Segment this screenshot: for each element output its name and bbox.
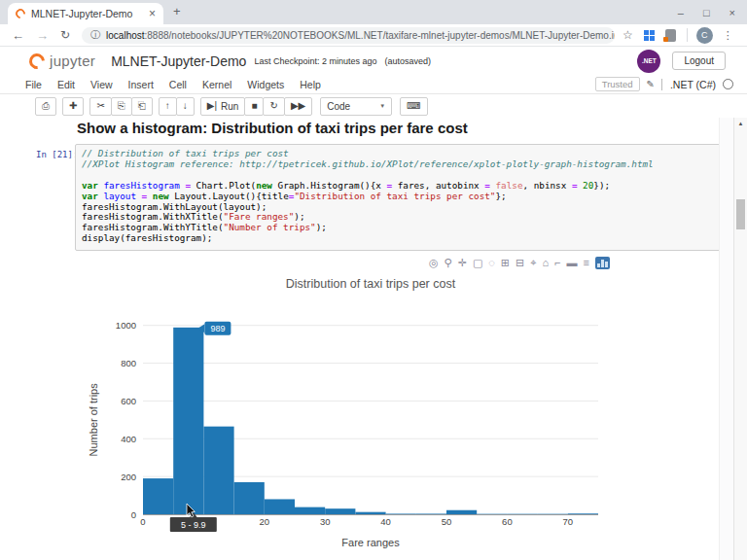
new-tab-button[interactable]: + <box>173 4 181 18</box>
window-controls: – □ × <box>678 0 735 24</box>
hover-range-text: 5 - 9.9 <box>181 520 206 530</box>
menu-view[interactable]: View <box>83 79 121 90</box>
histogram-bar[interactable] <box>234 482 265 514</box>
save-button[interactable]: ⎙ <box>35 97 56 116</box>
reload-icon[interactable]: ↻ <box>60 29 70 41</box>
trusted-badge[interactable]: Trusted <box>595 77 640 91</box>
jupyter-logo-text[interactable]: jupyter <box>50 52 95 69</box>
interrupt-kernel-icon: ■ <box>251 101 257 111</box>
add-cell-button[interactable]: ✚ <box>62 97 84 116</box>
move-cell-up-button[interactable]: ↑ <box>159 97 177 116</box>
url-path: :8888/notebooks/JUPYTER%20NOTEBOOKS/ML.N… <box>145 30 616 41</box>
url-text: localhost:8888/notebooks/JUPYTER%20NOTEB… <box>106 30 615 41</box>
forward-icon[interactable]: → <box>36 29 49 42</box>
plotly-logo-icon[interactable] <box>595 257 610 269</box>
logout-button[interactable]: Logout <box>672 52 726 70</box>
interrupt-kernel-button[interactable]: ■ <box>244 97 264 116</box>
hover-closest-icon[interactable]: ▬ <box>567 258 578 268</box>
code-editor[interactable]: // Distribution of taxi trips per cost//… <box>82 149 714 244</box>
keyboard-icon: ⌨ <box>407 101 420 111</box>
scrollbar-track[interactable]: ▲ <box>733 118 747 560</box>
url-bar[interactable]: ⓘ localhost:8888/notebooks/JUPYTER%20NOT… <box>82 27 615 44</box>
notebook-area: Show a histogram: Distribution of taxi t… <box>0 118 747 560</box>
jupyter-menubar: FileEditViewInsertCellKernelWidgetsHelp … <box>0 75 747 94</box>
restart-run-all-button[interactable]: ▶▶ <box>284 97 312 116</box>
autosave-status: (autosaved) <box>384 56 431 66</box>
profile-avatar[interactable]: C <box>696 27 713 44</box>
histogram-bar[interactable] <box>143 478 173 514</box>
histogram-bar[interactable] <box>203 427 233 514</box>
y-tick-label: 0 <box>131 509 136 520</box>
input-prompt: In [21]: <box>36 150 78 159</box>
histogram-chart[interactable]: Distribution of taxi trips per cost02004… <box>37 273 718 557</box>
menu-insert[interactable]: Insert <box>121 79 161 90</box>
histogram-bar[interactable] <box>295 508 325 514</box>
x-tick-label: 30 <box>320 516 331 527</box>
extension-clip-icon[interactable] <box>665 29 676 42</box>
cut-cell-icon: ✂ <box>96 101 104 111</box>
reset-axes-icon[interactable]: ⌂ <box>542 258 549 268</box>
paste-cell-icon: ⎗ <box>138 101 146 111</box>
browser-toolbar: ← → ↻ ⓘ localhost:8888/notebooks/JUPYTER… <box>0 24 747 47</box>
jupyter-logo-icon[interactable] <box>26 50 49 72</box>
histogram-bar[interactable] <box>265 499 295 514</box>
menu-kernel[interactable]: Kernel <box>195 79 239 90</box>
pan-icon[interactable]: ✛ <box>458 258 467 268</box>
run-button[interactable]: ▶|Run <box>200 97 246 116</box>
save-icon: ⎙ <box>42 101 50 111</box>
histogram-bar[interactable] <box>355 512 385 514</box>
camera-icon[interactable]: ◎ <box>429 258 439 268</box>
histogram-bar[interactable] <box>325 508 355 514</box>
x-tick-label: 40 <box>380 516 391 527</box>
scroll-gutter <box>719 118 733 560</box>
hover-compare-icon[interactable]: ≡ <box>584 258 589 268</box>
histogram-bar[interactable] <box>173 328 203 514</box>
menu-cell[interactable]: Cell <box>161 79 195 90</box>
histogram-bar[interactable] <box>568 513 598 514</box>
extension-grid-icon[interactable] <box>644 30 655 41</box>
cut-cell-button[interactable]: ✂ <box>89 97 111 116</box>
lasso-select-icon[interactable]: ◌ <box>488 258 495 268</box>
browser-tab[interactable]: MLNET-Jupyter-Demo × <box>8 3 163 24</box>
copy-cell-icon: ⎘ <box>118 101 125 111</box>
zoom-in-icon[interactable]: ⊞ <box>501 258 510 268</box>
restart-run-all-icon: ▶▶ <box>291 101 305 111</box>
cell-type-dropdown[interactable]: Code ▼ <box>320 97 392 116</box>
scrollbar-thumb[interactable] <box>736 199 745 229</box>
site-info-icon[interactable]: ⓘ <box>90 28 100 42</box>
code-cell[interactable]: // Distribution of taxi trips per cost//… <box>75 144 721 251</box>
close-tab-icon[interactable]: × <box>149 7 156 20</box>
scroll-up-icon[interactable]: ▲ <box>734 121 747 126</box>
dotnet-logo: .NET <box>637 50 660 73</box>
move-cell-down-button[interactable]: ↓ <box>176 97 195 116</box>
box-select-icon[interactable]: ▢ <box>473 258 482 268</box>
command-palette-button[interactable]: ⌨ <box>400 97 427 116</box>
menu-edit[interactable]: Edit <box>50 79 83 90</box>
histogram-bar[interactable] <box>386 513 416 514</box>
copy-cell-button[interactable]: ⎘ <box>111 97 132 116</box>
notebook-toolbar: ⎙✚✂⎘⎗↑↓▶|Run■↻▶▶ Code ▼ ⌨ <box>0 94 747 118</box>
zoom-icon[interactable]: ⚲ <box>445 258 452 268</box>
add-cell-icon: ✚ <box>69 101 77 111</box>
bookmark-star-icon[interactable]: ☆ <box>622 28 633 42</box>
hover-count-text: 989 <box>210 324 225 333</box>
browser-menu-icon[interactable]: ⋮ <box>723 29 733 42</box>
spike-lines-icon[interactable]: ⌐ <box>554 258 560 268</box>
zoom-out-icon[interactable]: ⊟ <box>516 258 524 268</box>
maximize-icon[interactable]: □ <box>703 7 710 18</box>
paste-cell-button[interactable]: ⎗ <box>131 97 153 116</box>
notebook-title[interactable]: MLNET-Jupyter-Demo <box>111 53 246 69</box>
menu-file[interactable]: File <box>18 79 50 90</box>
restart-kernel-button[interactable]: ↻ <box>263 97 284 116</box>
close-window-icon[interactable]: × <box>729 7 735 18</box>
autoscale-icon[interactable]: ⌖ <box>530 258 536 268</box>
menu-widgets[interactable]: Widgets <box>239 79 292 90</box>
minimize-icon[interactable]: – <box>678 7 684 18</box>
menu-help[interactable]: Help <box>292 79 329 90</box>
tab-strip: MLNET-Jupyter-Demo × + – □ × <box>0 0 747 24</box>
histogram-bar[interactable] <box>446 510 477 514</box>
histogram-bar[interactable] <box>416 513 446 514</box>
tab-title: MLNET-Jupyter-Demo <box>31 8 145 19</box>
y-axis-label: Number of trips <box>88 383 99 457</box>
back-icon[interactable]: ← <box>12 29 24 42</box>
